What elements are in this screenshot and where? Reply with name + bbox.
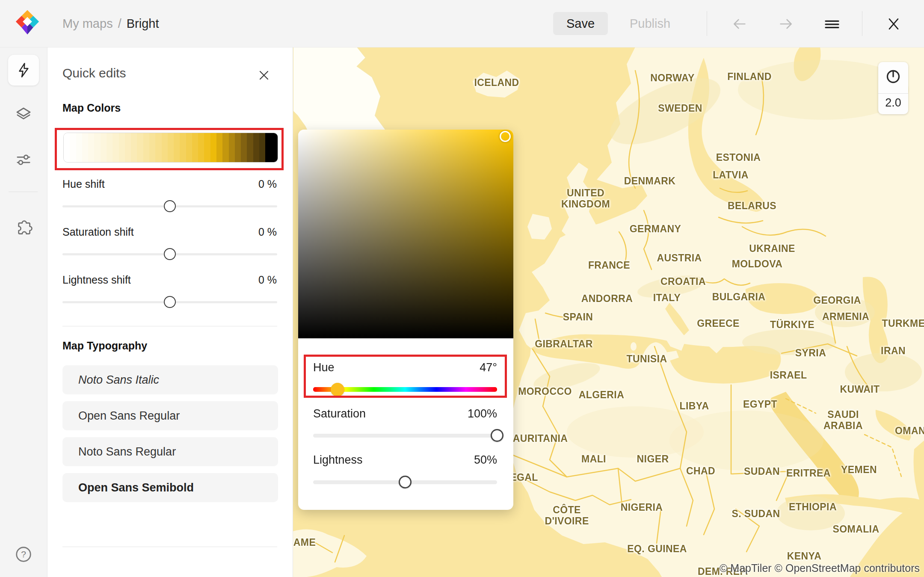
tool-rail: ?	[0, 47, 47, 577]
swatch-segment	[198, 133, 204, 162]
color-selector-ring[interactable]	[500, 131, 511, 142]
map-country-label: GERMANY	[630, 223, 681, 234]
panel-title: Quick edits	[62, 66, 126, 80]
map-country-label: NORWAY	[650, 72, 694, 83]
swatch-segment	[107, 133, 113, 162]
map-country-label: MALI	[581, 453, 606, 465]
map-country-label: KUWAIT	[840, 384, 880, 395]
font-option[interactable]: Open Sans Semibold	[62, 473, 278, 502]
map-country-label: KENYA	[787, 550, 821, 562]
color-picker-popup: Hue 47° Saturation 100% Lightness 50%	[298, 130, 513, 510]
map-country-label: MOLDOVA	[732, 258, 783, 269]
map-country-label: GEORGIA	[813, 295, 861, 306]
breadcrumb-section[interactable]: My maps	[62, 17, 113, 31]
swatch-segment	[119, 133, 125, 162]
map-country-label: TURKME	[882, 318, 924, 329]
panel-divider	[62, 326, 277, 326]
panel-close-icon[interactable]	[256, 68, 272, 83]
topbar-divider	[707, 11, 707, 36]
layers-icon	[15, 106, 32, 123]
saturation-slider[interactable]	[313, 434, 497, 438]
rail-item-quick-edits[interactable]	[8, 55, 39, 86]
breadcrumb: My maps / Bright	[62, 0, 159, 47]
map-country-label: TUNISIA	[627, 353, 667, 364]
map-country-label: CÔTE D'IVOIRE	[545, 504, 589, 527]
swatch-segment	[168, 133, 174, 162]
swatch-segment	[113, 133, 118, 162]
lightning-icon	[15, 62, 32, 78]
map-country-label: SAUDI ARABIA	[823, 409, 863, 432]
hue-label: Hue	[313, 361, 335, 374]
map-country-label: EGAL	[510, 472, 538, 483]
map-country-label: TÜRKIYE	[770, 319, 814, 330]
swatch-segment	[180, 133, 186, 162]
swatch-segment	[235, 133, 241, 162]
map-country-label: GREECE	[697, 318, 740, 329]
zoom-control-divider	[878, 93, 908, 94]
saturation-value-square[interactable]	[298, 130, 513, 338]
save-button[interactable]: Save	[553, 12, 608, 35]
rail-item-layers[interactable]	[8, 99, 39, 130]
map-country-label: ALGERIA	[579, 389, 624, 400]
menu-icon[interactable]	[823, 15, 841, 33]
redo-forward-arrow-icon[interactable]	[778, 15, 795, 33]
map-country-label: EQ. GUINEA	[627, 543, 687, 554]
map-country-label: EGYPT	[743, 399, 777, 410]
map-country-label: SPAIN	[563, 311, 593, 323]
puzzle-icon	[15, 218, 33, 236]
swatch-segment	[76, 133, 82, 162]
map-country-label: AME	[293, 537, 316, 548]
close-icon[interactable]	[885, 15, 902, 33]
map-country-label: ETHIOPIA	[789, 501, 837, 512]
dial-icon[interactable]	[886, 69, 901, 86]
zoom-level-value[interactable]: 2.0	[878, 96, 908, 109]
map-colors-swatch[interactable]	[63, 133, 278, 163]
map-country-label: UNITED KINGDOM	[561, 187, 610, 210]
font-option[interactable]: Noto Sans Regular	[62, 437, 278, 466]
swatch-segment	[253, 133, 259, 162]
map-country-label: AUSTRIA	[657, 252, 702, 263]
map-typography-heading: Map Typography	[62, 340, 147, 352]
map-country-label: OMAN	[895, 425, 924, 436]
maptiler-logo-icon	[11, 8, 44, 40]
publish-button[interactable]: Publish	[625, 12, 675, 35]
lightness-slider-thumb[interactable]	[399, 476, 412, 488]
breadcrumb-current: Bright	[127, 17, 159, 31]
slider-thumb[interactable]	[164, 200, 176, 212]
slider-thumb[interactable]	[164, 248, 176, 260]
font-option[interactable]: Open Sans Regular	[62, 401, 278, 430]
map-attribution[interactable]: © MapTiler © OpenStreetMap contributors	[720, 562, 920, 574]
map-country-label: ISRAEL	[770, 370, 807, 381]
map-country-label: YEMEN	[841, 464, 877, 475]
rail-item-adjustments[interactable]	[8, 145, 39, 175]
font-option[interactable]: Noto Sans Italic	[62, 365, 278, 394]
swatch-segment	[272, 133, 278, 162]
swatch-segment	[241, 133, 247, 162]
slider-label: Hue shift	[62, 178, 105, 190]
swatch-segment	[82, 133, 88, 162]
hue-slider-thumb[interactable]	[331, 383, 344, 397]
swatch-segment	[229, 133, 235, 162]
swatch-segment	[101, 133, 107, 162]
map-country-label: AURITANIA	[513, 433, 568, 444]
rail-item-help[interactable]: ?	[8, 539, 39, 570]
map-canvas[interactable]: ICELANDNORWAYFINLANDSWEDENESTONIALATVIAD…	[293, 47, 924, 577]
map-country-label: UKRAINE	[749, 243, 795, 254]
map-country-label: FINLAND	[727, 71, 772, 82]
lightness-label: Lightness	[313, 453, 363, 467]
swatch-segment	[259, 133, 265, 162]
swatch-segment	[222, 133, 228, 162]
map-zoom-control: 2.0	[878, 62, 908, 114]
map-country-label: GIBRALTAR	[535, 338, 593, 349]
map-country-label: SOMALIA	[833, 524, 880, 535]
map-country-label: FRANCE	[588, 260, 630, 271]
rail-item-plugins[interactable]	[8, 211, 39, 242]
slider-value: 0 %	[258, 178, 277, 190]
map-country-label: CROATIA	[660, 276, 706, 287]
saturation-slider-thumb[interactable]	[491, 429, 503, 442]
undo-back-arrow-icon[interactable]	[731, 15, 748, 33]
slider-thumb[interactable]	[164, 296, 176, 308]
lightness-value: 50%	[474, 453, 497, 467]
map-country-label: ITALY	[653, 292, 681, 303]
swatch-segment	[88, 133, 94, 162]
